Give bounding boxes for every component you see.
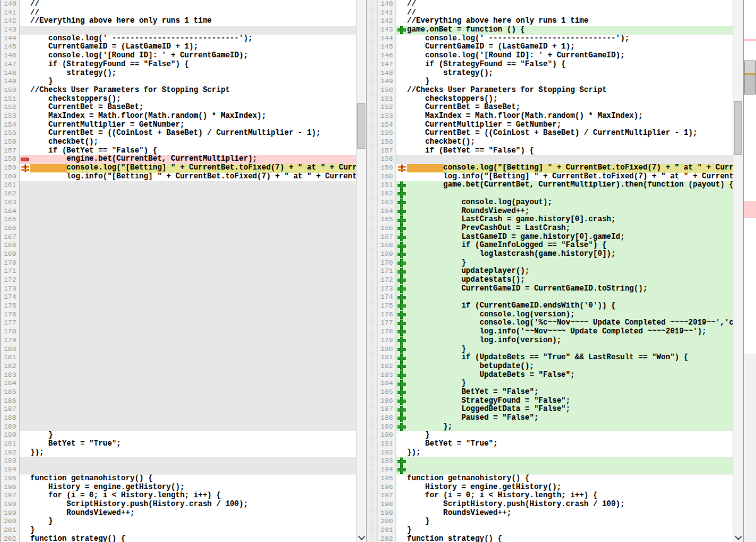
line-body: ScriptHistory.push(History.crash / 100); [396, 500, 733, 509]
line-body: LastCrash = game.history[0].crash; [396, 216, 733, 224]
gutter-space [20, 431, 30, 440]
code-text: CurrentBet = ((CoinLost + BaseBet) / Cur… [407, 129, 697, 138]
gutter-space [20, 526, 30, 535]
gutter-space [20, 379, 30, 388]
line-number: 194 [1, 466, 20, 475]
code-line: 195function getnanohistory() { [377, 475, 733, 483]
line-body: log.info("[Betting] " + CurrentBet.toFix… [396, 173, 733, 182]
line-number: 184 [1, 379, 20, 388]
code-line: 155 CurrentBet = ((CoinLost + BaseBet) /… [377, 129, 733, 138]
code-text: CurrentBet = BaseBet; [30, 103, 144, 112]
code-line: 158 [377, 155, 733, 164]
code-text: RoundsViewed++; [407, 509, 512, 518]
code-line: 146 console.log('[Round ID]: ' + Current… [1, 52, 356, 61]
line-body: RoundsViewed++; [20, 509, 356, 518]
code-line: 181 if (UpdateBets == "True" && LastResu… [377, 354, 733, 362]
code-text: // [30, 9, 39, 18]
line-number: 167 [1, 233, 20, 242]
locator-removed-marker [744, 201, 756, 218]
line-number: 187 [377, 405, 396, 414]
line-number: 141 [1, 9, 20, 18]
line-body: if (StrategyFound == "False") { [20, 61, 356, 69]
line-body: // [396, 9, 733, 18]
line-number: 143 [377, 26, 396, 35]
code-line: 176 console.log(version); [377, 311, 733, 320]
line-body: } [396, 259, 733, 268]
line-number: 148 [1, 69, 20, 78]
line-body: CurrentBet = ((CoinLost + BaseBet) / Cur… [20, 129, 356, 138]
line-body: CurrentBet = BaseBet; [20, 103, 356, 112]
line-body: ScriptHistory.push(History.crash / 100); [20, 500, 356, 509]
right-scroll-down-button[interactable] [733, 533, 743, 542]
code-line: 193 [377, 457, 733, 466]
code-text: CurrentMultiplier = GetNumber; [30, 121, 185, 130]
code-line: 171 [1, 267, 356, 276]
code-line: 145 CurrentGameID = (LastGameID + 1); [1, 43, 356, 52]
pane-splitter[interactable] [366, 0, 377, 542]
gutter-space [396, 112, 407, 121]
plus-icon [396, 207, 407, 216]
line-body: CurrentMultiplier = GetNumber; [20, 121, 356, 130]
left-scroll-down-button[interactable] [357, 533, 366, 542]
line-body: MaxIndex = Math.floor(Math.random() * Ma… [20, 112, 356, 121]
right-scrollbar[interactable] [733, 0, 743, 542]
code-text: if (UpdateBets == "True" && LastResult =… [407, 354, 688, 362]
line-number: 193 [1, 457, 20, 466]
line-body: function getnanohistory() { [20, 475, 356, 483]
code-text: function strategy() { [407, 535, 502, 542]
plus-icon [396, 319, 407, 328]
code-line: 184 [1, 379, 356, 388]
gutter-space [20, 440, 30, 449]
line-number: 152 [1, 103, 20, 112]
gutter-space [20, 121, 30, 130]
line-body: }); [20, 449, 356, 458]
gutter-space [20, 17, 30, 26]
left-scrollbar[interactable] [356, 0, 366, 542]
plus-icon [396, 423, 407, 432]
gutter-space [396, 103, 407, 112]
code-line: 182 [1, 362, 356, 371]
line-number: 176 [1, 311, 20, 320]
line-body [20, 181, 356, 190]
code-line: 153 MaxIndex = Math.floor(Math.random() … [377, 112, 733, 121]
plus-icon [396, 371, 407, 380]
line-number: 144 [377, 35, 396, 43]
gutter-space [20, 535, 30, 542]
line-number: 199 [377, 509, 396, 518]
line-number: 166 [377, 224, 396, 233]
line-body [20, 241, 356, 250]
line-body [20, 414, 356, 423]
diff-locator-bar[interactable] [743, 0, 756, 542]
line-number: 201 [377, 526, 396, 535]
code-text: checkbet(); [407, 138, 475, 147]
right-scrollbar-thumb[interactable] [734, 101, 742, 155]
line-body: console.log("[Betting] " + CurrentBet.to… [396, 164, 733, 173]
code-line: 183 UpdateBets = "False"; [377, 371, 733, 380]
plus-icon [396, 388, 407, 397]
line-body [20, 362, 356, 371]
plus-icon [396, 241, 407, 250]
plus-icon [396, 466, 407, 475]
line-number: 172 [377, 276, 396, 285]
code-line: 166 [1, 224, 356, 233]
line-body [20, 285, 356, 294]
line-number: 195 [1, 475, 20, 483]
gutter-space [396, 440, 407, 449]
gutter-space [20, 52, 30, 61]
gutter-space [20, 35, 30, 43]
code-line: 144 console.log(' ----------------------… [1, 35, 356, 43]
code-line: 196 History = engine.getHistory(); [1, 483, 356, 492]
left-scrollbar-thumb[interactable] [357, 103, 365, 149]
line-body: console.log("[Betting] " + CurrentBet.to… [20, 164, 356, 173]
line-number: 151 [1, 95, 20, 104]
plus-icon [396, 216, 407, 224]
line-number: 190 [1, 431, 20, 440]
gutter-space [20, 147, 30, 156]
code-line: 183 [1, 371, 356, 380]
code-line: 190 } [1, 431, 356, 440]
code-text: betupdate(); [407, 362, 534, 371]
line-number: 158 [1, 155, 20, 164]
line-number: 200 [377, 517, 396, 526]
gutter-space [20, 466, 30, 475]
line-body [20, 224, 356, 233]
